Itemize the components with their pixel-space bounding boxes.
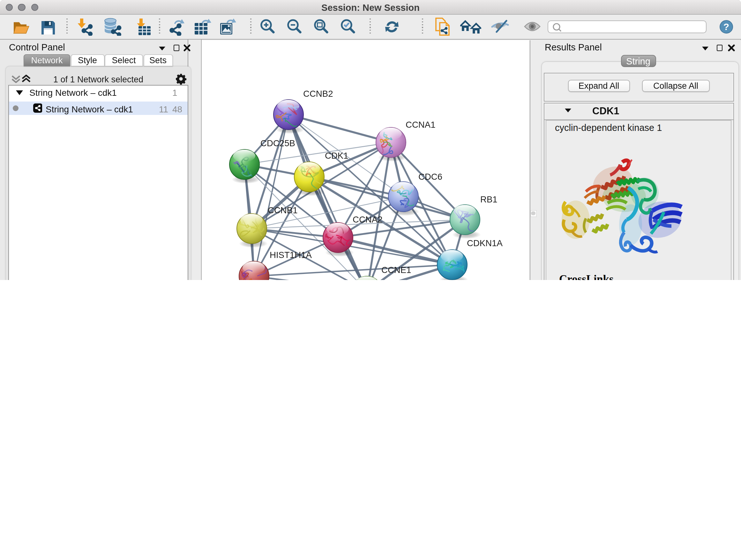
svg-text:CCNB2: CCNB2 — [303, 88, 333, 98]
svg-text:RB1: RB1 — [480, 194, 497, 204]
svg-text:CDK1: CDK1 — [325, 150, 348, 160]
svg-text:CCNB1: CCNB1 — [267, 205, 297, 215]
svg-text:?: ? — [724, 21, 729, 32]
svg-text:CCNE1: CCNE1 — [381, 265, 411, 274]
svg-text:CDKN1A: CDKN1A — [467, 238, 502, 248]
svg-text:CCNA2: CCNA2 — [352, 214, 382, 224]
svg-text:CCNA1: CCNA1 — [405, 119, 435, 129]
svg-text:CDC25B: CDC25B — [260, 138, 295, 148]
svg-text:HIST1H1A: HIST1H1A — [269, 250, 312, 260]
svg-text:CDC6: CDC6 — [418, 172, 442, 181]
